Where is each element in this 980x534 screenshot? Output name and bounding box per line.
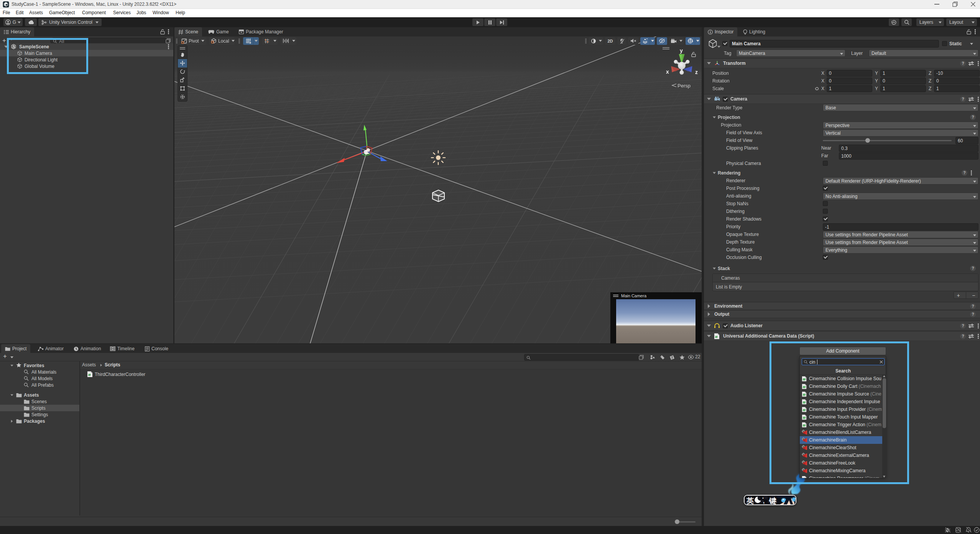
svg-text:z: z (695, 69, 698, 75)
svg-text:x: x (666, 69, 669, 75)
svg-text:y: y (680, 48, 683, 54)
